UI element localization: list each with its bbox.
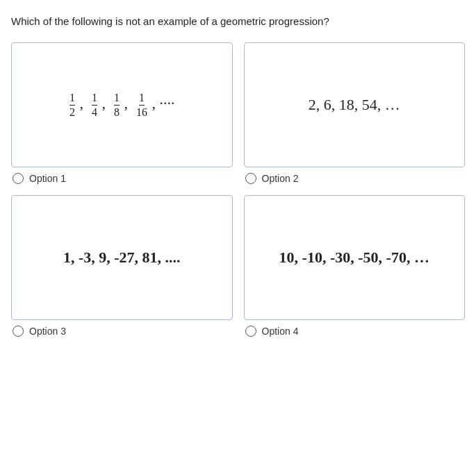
option-content-1: 1 2 , 1 4 , 1 8 , 1 16 , ···· bbox=[69, 91, 175, 118]
option-content-2: 2, 6, 18, 54, … bbox=[309, 92, 400, 117]
option-content-4: 10, -10, -30, -50, -70, … bbox=[279, 245, 429, 269]
option-label-1: Option 1 bbox=[29, 173, 66, 184]
option-label-2: Option 2 bbox=[262, 173, 299, 184]
fraction-1-4: 1 4 bbox=[92, 92, 97, 118]
option-box-3[interactable]: 1, -3, 9, -27, 81, .... bbox=[11, 195, 233, 320]
question-text: Which of the following is not an example… bbox=[11, 14, 465, 28]
option-label-row-2: Option 2 bbox=[244, 173, 466, 184]
option-box-1[interactable]: 1 2 , 1 4 , 1 8 , 1 16 , ···· bbox=[11, 42, 233, 167]
option-cell-3: 1, -3, 9, -27, 81, .... Option 3 bbox=[11, 195, 233, 337]
option-label-row-1: Option 1 bbox=[11, 173, 233, 184]
option-label-4: Option 4 bbox=[262, 326, 299, 337]
option-content-3: 1, -3, 9, -27, 81, .... bbox=[63, 245, 181, 269]
radio-option-1[interactable] bbox=[13, 173, 24, 184]
option-cell-4: 10, -10, -30, -50, -70, … Option 4 bbox=[244, 195, 466, 337]
options-grid: 1 2 , 1 4 , 1 8 , 1 16 , ···· bbox=[11, 42, 465, 337]
option-label-row-4: Option 4 bbox=[244, 326, 466, 337]
option-box-2[interactable]: 2, 6, 18, 54, … bbox=[244, 42, 466, 167]
fraction-1-16: 1 16 bbox=[136, 92, 147, 118]
fraction-1-8: 1 8 bbox=[114, 92, 120, 118]
radio-option-3[interactable] bbox=[13, 326, 24, 337]
option-cell-2: 2, 6, 18, 54, … Option 2 bbox=[244, 42, 466, 184]
option-label-3: Option 3 bbox=[29, 326, 66, 337]
option-box-4[interactable]: 10, -10, -30, -50, -70, … bbox=[244, 195, 466, 320]
radio-option-4[interactable] bbox=[245, 326, 256, 337]
option-cell-1: 1 2 , 1 4 , 1 8 , 1 16 , ···· bbox=[11, 42, 233, 184]
fraction-1-2: 1 2 bbox=[69, 92, 75, 118]
radio-option-2[interactable] bbox=[245, 173, 256, 184]
option-label-row-3: Option 3 bbox=[11, 326, 233, 337]
